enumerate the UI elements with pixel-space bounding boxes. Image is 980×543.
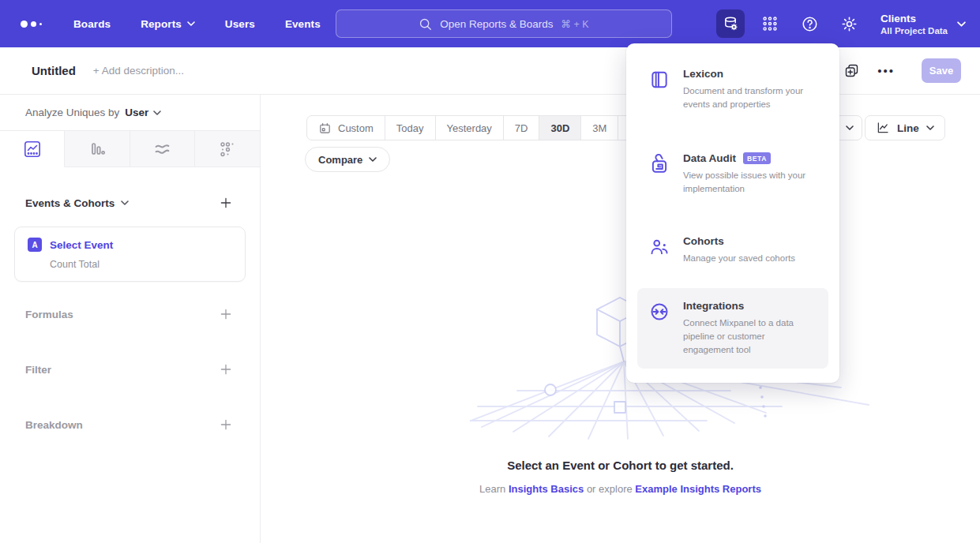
example-reports-link[interactable]: Example Insights Reports (635, 483, 761, 495)
chevron-down-icon (121, 200, 129, 205)
select-event-button[interactable]: Select Event (50, 239, 113, 251)
date-range-7d[interactable]: 7D (503, 116, 539, 140)
events-cohorts-label: Events & Cohorts (25, 197, 115, 209)
date-range-today[interactable]: Today (385, 116, 435, 140)
integrations-icon (649, 300, 670, 357)
analyze-row: Analyze Uniques by User (0, 95, 260, 131)
plus-icon (219, 196, 233, 210)
date-range-custom[interactable]: Custom (307, 116, 385, 140)
duplicate-button[interactable] (843, 62, 860, 79)
menu-item-description: Document and transform your events and p… (683, 84, 817, 111)
menu-item-title: Data Audit (683, 152, 736, 164)
menu-item-description: View possible issues with your implement… (683, 169, 817, 196)
nav-item-users[interactable]: Users (225, 18, 255, 30)
chevron-down-icon (926, 125, 934, 130)
project-selector[interactable]: Clients All Project Data (880, 13, 966, 36)
help-button[interactable] (795, 9, 824, 38)
add-filter-button[interactable] (217, 361, 235, 378)
nav-item-reports[interactable]: Reports (141, 18, 195, 30)
middle-text: or explore (587, 483, 633, 495)
copy-plus-icon (843, 62, 860, 79)
beta-badge: BETA (743, 152, 771, 164)
line-chart-axis-icon (876, 121, 890, 135)
chevron-down-icon (369, 157, 377, 162)
top-nav-right: Clients All Project Data (716, 0, 966, 47)
menu-item-lexicon[interactable]: Lexicon Document and transform your even… (637, 56, 828, 123)
events-cohorts-header: Events & Cohorts (25, 194, 235, 212)
insights-basics-link[interactable]: Insights Basics (509, 483, 584, 495)
plus-icon (219, 418, 233, 432)
menu-item-integrations[interactable]: Integrations Connect Mixpanel to a data … (637, 288, 828, 369)
plus-icon (219, 307, 233, 321)
more-options-button[interactable]: ••• (877, 64, 895, 77)
tab-metric[interactable] (195, 131, 260, 167)
primary-nav: Boards Reports Users Events (73, 18, 321, 30)
menu-item-description: Connect Mixpanel to a data pipeline or c… (683, 316, 817, 357)
client-name: Clients (880, 13, 948, 24)
apps-grid-button[interactable] (756, 9, 784, 38)
apps-grid-icon (761, 15, 779, 32)
add-formula-button[interactable] (217, 305, 235, 323)
audit-icon (649, 152, 670, 196)
nav-item-events[interactable]: Events (285, 18, 321, 30)
date-range-label: 30D (550, 122, 569, 134)
learn-prefix: Learn (479, 483, 505, 495)
insights-report-page: Boards Reports Users Events Open Reports… (0, 0, 980, 543)
menu-item-title: Lexicon (683, 68, 723, 80)
tab-flow-chart[interactable] (130, 131, 195, 167)
date-range-30d[interactable]: 30D (539, 116, 580, 140)
add-event-button[interactable] (217, 194, 235, 212)
query-sidebar: Analyze Uniques by User (0, 95, 261, 543)
breakdown-section: Breakdown (25, 416, 235, 433)
tab-line-chart[interactable] (0, 131, 65, 167)
menu-item-cohorts[interactable]: Cohorts Manage your saved cohorts (637, 223, 828, 277)
filter-section: Filter (25, 361, 235, 378)
help-icon (801, 15, 819, 33)
report-title[interactable]: Untitled (32, 64, 76, 77)
chart-type-dropdown[interactable]: Line (865, 115, 945, 140)
date-range-label: 3M (592, 122, 606, 134)
events-cohorts-dropdown[interactable]: Events & Cohorts (25, 197, 129, 209)
chart-area: Custom Today Yesterday 7D 30D 3M 6M Comp… (261, 95, 980, 543)
cohorts-icon (649, 235, 670, 265)
add-breakdown-button[interactable] (217, 416, 235, 433)
menu-item-description: Manage your saved cohorts (683, 252, 795, 265)
search-input[interactable]: Open Reports & Boards ⌘ + K (336, 9, 672, 38)
date-range-yesterday[interactable]: Yesterday (435, 116, 503, 140)
date-range-control: Custom Today Yesterday 7D 30D 3M 6M (306, 115, 655, 140)
plus-icon (219, 362, 233, 376)
filter-label: Filter (25, 364, 51, 376)
data-management-button[interactable] (716, 9, 745, 38)
nav-label: Users (225, 18, 255, 30)
tab-bar-chart[interactable] (65, 131, 130, 167)
mixpanel-logo-icon[interactable] (21, 21, 42, 28)
settings-button[interactable] (835, 9, 863, 38)
nav-label: Events (285, 18, 321, 30)
calendar-icon (318, 122, 332, 135)
date-range-3m[interactable]: 3M (580, 116, 618, 140)
event-card[interactable]: A Select Event Count Total (14, 227, 246, 282)
formulas-label: Formulas (25, 309, 73, 320)
chevron-down-icon (153, 110, 161, 115)
report-header-actions: ••• Save (843, 58, 961, 83)
bar-chart-icon (88, 140, 107, 159)
project-name: All Project Data (880, 26, 948, 36)
empty-state-links: Learn Insights Basics or explore Example… (261, 483, 980, 495)
search-shortcut: ⌘ + K (561, 18, 589, 30)
nav-label: Boards (73, 18, 111, 30)
nav-item-boards[interactable]: Boards (73, 18, 111, 30)
menu-item-title: Integrations (683, 300, 744, 312)
menu-item-data-audit[interactable]: Data Audit BETA View possible issues wit… (637, 140, 828, 208)
event-aggregation[interactable]: Count Total (50, 259, 232, 270)
book-icon (649, 68, 670, 111)
compare-dropdown[interactable]: Compare (305, 147, 390, 172)
compare-label: Compare (318, 154, 362, 166)
data-management-menu: Lexicon Document and transform your even… (626, 43, 839, 383)
date-range-label: 7D (515, 122, 528, 134)
visualization-tabs (0, 131, 260, 167)
save-button[interactable]: Save (922, 58, 961, 83)
breakdown-label: Breakdown (25, 419, 83, 431)
analyze-by-dropdown[interactable]: User (125, 107, 161, 118)
analyze-label: Analyze Uniques by (25, 107, 119, 118)
add-description-field[interactable]: + Add description... (93, 65, 184, 77)
